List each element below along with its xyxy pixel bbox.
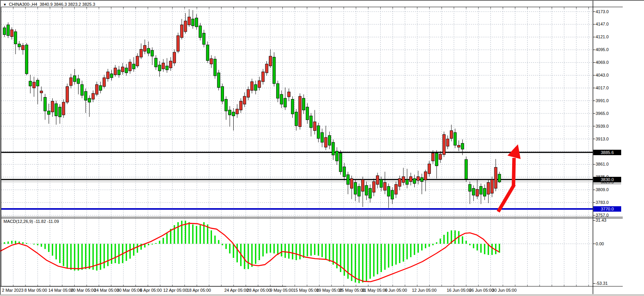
time-tick-label: 8 Mar 05:00 xyxy=(24,288,47,293)
price-tick-label: 3913.0 xyxy=(596,137,621,142)
stop-price-label: 3770.0 xyxy=(593,206,621,212)
price-tick-label: 4147.0 xyxy=(596,22,621,27)
time-tick-label: 12 Apr 05:00 xyxy=(163,288,187,293)
price-tick-label: 4173.0 xyxy=(596,9,621,14)
time-tick-label: 19 May 05:00 xyxy=(316,288,342,293)
macd-scale-zero: 0.00 xyxy=(596,241,621,246)
price-tick-label: 3757.0 xyxy=(596,213,621,218)
time-axis[interactable]: 2 Mar 20238 Mar 05:0014 Mar 05:0020 Mar … xyxy=(0,288,644,294)
trend-arrow xyxy=(498,144,521,212)
price-tick-label: 3861.0 xyxy=(596,162,621,167)
price-tick-label: 3939.0 xyxy=(596,124,621,129)
price-tick-label: 3783.0 xyxy=(596,200,621,205)
time-tick-label: 16 Jun 05:00 xyxy=(447,288,471,293)
time-tick-label: 18 Apr 05:00 xyxy=(187,288,211,293)
time-tick-label: 14 Mar 05:00 xyxy=(48,288,73,293)
macd-scale-min: -53.31 xyxy=(596,281,621,286)
time-tick-label: 9 May 05:00 xyxy=(270,288,294,293)
time-tick-label: 24 Apr 05:00 xyxy=(224,288,248,293)
price-tick-label: 3809.0 xyxy=(596,187,621,192)
time-tick-label: 12 Jun 05:00 xyxy=(412,288,437,293)
price-tick-label: 4095.0 xyxy=(596,47,621,52)
time-tick-label: 30 Mar 05:00 xyxy=(117,288,142,293)
time-tick-label: 15 May 05:00 xyxy=(293,288,319,293)
time-tick-label: 2 Mar 2023 xyxy=(2,288,24,293)
price-tick-label: 4043.0 xyxy=(596,73,621,78)
support-price-label: 3830.0 xyxy=(593,177,621,182)
chart-window: ▼CHINA300-,H4 3840.9 3846.3 3823.2 3825.… xyxy=(0,0,644,296)
window-status-strip xyxy=(0,294,644,296)
time-tick-label: 24 Mar 05:00 xyxy=(94,288,119,293)
time-tick-label: 30 Jun 05:00 xyxy=(492,288,517,293)
price-tick-label: 4017.0 xyxy=(596,86,621,91)
time-tick-label: 6 Jun 05:00 xyxy=(385,288,407,293)
chart-svg[interactable] xyxy=(0,0,644,296)
price-tick-label: 3965.0 xyxy=(596,111,621,116)
time-tick-label: 26 Jun 05:00 xyxy=(469,288,494,293)
time-tick-label: 6 Apr 05:00 xyxy=(140,288,162,293)
price-tick-label: 3991.0 xyxy=(596,98,621,103)
macd-scale-max: 31.43 xyxy=(596,218,621,223)
macd-indicator-label: MACD(12,26,9) -11.82 -11.09 xyxy=(3,219,59,224)
time-tick-label: 20 Mar 05:00 xyxy=(71,288,96,293)
time-tick-label: 31 May 05:00 xyxy=(362,288,388,293)
time-tick-label: 28 Apr 05:00 xyxy=(247,288,271,293)
price-tick-label: 4121.0 xyxy=(596,34,621,39)
resistance-price-label: 3885.6 xyxy=(593,150,621,155)
time-tick-label: 25 May 05:00 xyxy=(339,288,365,293)
price-tick-label: 4069.0 xyxy=(596,60,621,65)
price-chart-canvas[interactable] xyxy=(0,0,644,296)
